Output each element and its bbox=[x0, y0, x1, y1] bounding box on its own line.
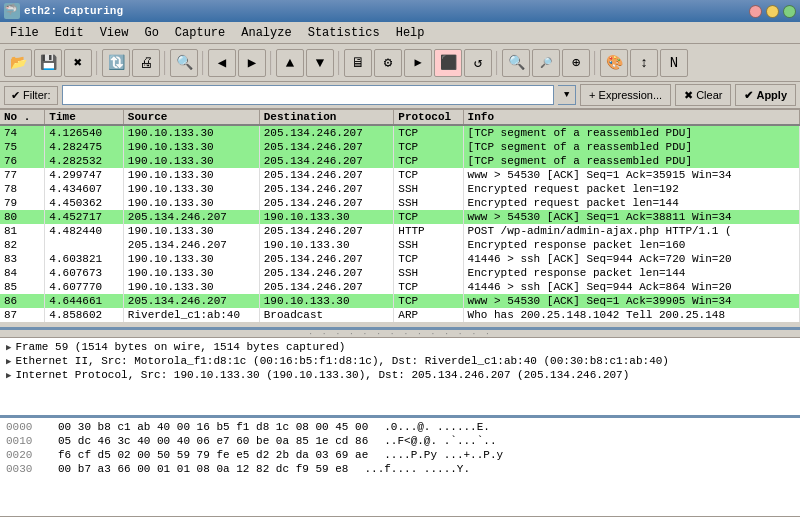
hex-offset: 0010 bbox=[6, 434, 42, 448]
menu-statistics[interactable]: Statistics bbox=[300, 24, 388, 42]
cell-time bbox=[45, 238, 123, 252]
cell-src: 190.10.133.30 bbox=[123, 266, 259, 280]
back-button[interactable]: ◀ bbox=[208, 49, 236, 77]
col-no[interactable]: No . bbox=[0, 110, 45, 125]
table-row[interactable]: 75 4.282475 190.10.133.30 205.134.246.20… bbox=[0, 140, 800, 154]
find-button[interactable]: 🔍 bbox=[170, 49, 198, 77]
colorize-button[interactable]: 🎨 bbox=[600, 49, 628, 77]
packet-list[interactable]: No . Time Source Destination Protocol In… bbox=[0, 110, 800, 330]
cell-time: 4.607673 bbox=[45, 266, 123, 280]
cell-info: [TCP segment of a reassembled PDU] bbox=[463, 154, 799, 168]
cell-src: 190.10.133.30 bbox=[123, 154, 259, 168]
col-info[interactable]: Info bbox=[463, 110, 799, 125]
go-up-button[interactable]: ▲ bbox=[276, 49, 304, 77]
cell-time: 4.299747 bbox=[45, 168, 123, 182]
filter-label-text: Filter: bbox=[23, 89, 51, 101]
table-row[interactable]: 79 4.450362 190.10.133.30 205.134.246.20… bbox=[0, 196, 800, 210]
capture-iface-button[interactable]: 🖥 bbox=[344, 49, 372, 77]
name-resolution-button[interactable]: N bbox=[660, 49, 688, 77]
hex-pane[interactable]: 0000 00 30 b8 c1 ab 40 00 16 b5 f1 d8 1c… bbox=[0, 418, 800, 517]
zoom-in-button[interactable]: 🔍 bbox=[502, 49, 530, 77]
cell-proto: TCP bbox=[394, 252, 463, 266]
cell-src: 190.10.133.30 bbox=[123, 280, 259, 294]
cell-src: 205.134.246.207 bbox=[123, 238, 259, 252]
save-capture-button[interactable]: 💾 bbox=[34, 49, 62, 77]
menu-view[interactable]: View bbox=[92, 24, 137, 42]
maximize-button[interactable] bbox=[783, 5, 796, 18]
table-row[interactable]: 78 4.434607 190.10.133.30 205.134.246.20… bbox=[0, 182, 800, 196]
zoom-out-button[interactable]: 🔎 bbox=[532, 49, 560, 77]
table-row[interactable]: 82 205.134.246.207 190.10.133.30 SSH Enc… bbox=[0, 238, 800, 252]
menu-file[interactable]: File bbox=[2, 24, 47, 42]
menu-edit[interactable]: Edit bbox=[47, 24, 92, 42]
menu-go[interactable]: Go bbox=[136, 24, 166, 42]
cell-proto: TCP bbox=[394, 140, 463, 154]
cell-dst: Broadcast bbox=[259, 308, 394, 322]
restart-capture-button[interactable]: ↺ bbox=[464, 49, 492, 77]
filter-label-button[interactable]: ✔ Filter: bbox=[4, 86, 58, 105]
table-row[interactable]: 81 4.482440 190.10.133.30 205.134.246.20… bbox=[0, 224, 800, 238]
cell-src: 190.10.133.30 bbox=[123, 125, 259, 140]
cell-info: www > 54530 [ACK] Seq=1 Ack=35915 Win=34 bbox=[463, 168, 799, 182]
expression-button[interactable]: + Expression... bbox=[580, 84, 671, 106]
cell-info: Encrypted request packet len=192 bbox=[463, 182, 799, 196]
go-down-button[interactable]: ▼ bbox=[306, 49, 334, 77]
detail-item[interactable]: ▶Frame 59 (1514 bytes on wire, 1514 byte… bbox=[2, 340, 798, 354]
menu-analyze[interactable]: Analyze bbox=[233, 24, 299, 42]
table-row[interactable]: 80 4.452717 205.134.246.207 190.10.133.3… bbox=[0, 210, 800, 224]
cell-dst: 205.134.246.207 bbox=[259, 168, 394, 182]
open-capture-button[interactable]: 📂 bbox=[4, 49, 32, 77]
capture-options-button[interactable]: ⚙ bbox=[374, 49, 402, 77]
detail-item[interactable]: ▶Ethernet II, Src: Motorola_f1:d8:1c (00… bbox=[2, 354, 798, 368]
hex-bytes: 05 dc 46 3c 40 00 40 06 e7 60 be 0a 85 1… bbox=[58, 434, 368, 448]
table-row[interactable]: 74 4.126540 190.10.133.30 205.134.246.20… bbox=[0, 125, 800, 140]
table-row[interactable]: 77 4.299747 190.10.133.30 205.134.246.20… bbox=[0, 168, 800, 182]
table-row[interactable]: 86 4.644661 205.134.246.207 190.10.133.3… bbox=[0, 294, 800, 308]
menu-capture[interactable]: Capture bbox=[167, 24, 233, 42]
cell-info: [TCP segment of a reassembled PDU] bbox=[463, 125, 799, 140]
forward-button[interactable]: ▶ bbox=[238, 49, 266, 77]
start-capture-button[interactable]: ▶ bbox=[404, 49, 432, 77]
cell-proto: TCP bbox=[394, 210, 463, 224]
cell-proto: TCP bbox=[394, 168, 463, 182]
menu-help[interactable]: Help bbox=[388, 24, 433, 42]
detail-item[interactable]: ▶Internet Protocol, Src: 190.10.133.30 (… bbox=[2, 368, 798, 382]
cell-proto: HTTP bbox=[394, 224, 463, 238]
cell-no: 86 bbox=[0, 294, 45, 308]
filter-input[interactable] bbox=[62, 85, 555, 105]
table-row[interactable]: 76 4.282532 190.10.133.30 205.134.246.20… bbox=[0, 154, 800, 168]
resizer-1[interactable]: · · · · · · · · · · · · · · bbox=[0, 330, 800, 338]
main-toolbar: 📂 💾 ✖ 🔃 🖨 🔍 ◀ ▶ ▲ ▼ 🖥 ⚙ ▶ ⬛ ↺ 🔍 🔎 ⊕ 🎨 ↕ … bbox=[0, 44, 800, 82]
print-button[interactable]: 🖨 bbox=[132, 49, 160, 77]
detail-text: Internet Protocol, Src: 190.10.133.30 (1… bbox=[15, 369, 629, 381]
table-row[interactable]: 87 4.858602 Riverdel_c1:ab:40 Broadcast … bbox=[0, 308, 800, 322]
col-time[interactable]: Time bbox=[45, 110, 123, 125]
reload-button[interactable]: 🔃 bbox=[102, 49, 130, 77]
menu-bar: File Edit View Go Capture Analyze Statis… bbox=[0, 22, 800, 44]
cell-dst: 205.134.246.207 bbox=[259, 196, 394, 210]
cell-src: 190.10.133.30 bbox=[123, 168, 259, 182]
cell-time: 4.126540 bbox=[45, 125, 123, 140]
autoscroll-button[interactable]: ↕ bbox=[630, 49, 658, 77]
table-row[interactable]: 85 4.607770 190.10.133.30 205.134.246.20… bbox=[0, 280, 800, 294]
cell-dst: 205.134.246.207 bbox=[259, 224, 394, 238]
stop-capture-button[interactable]: ⬛ bbox=[434, 49, 462, 77]
cell-no: 77 bbox=[0, 168, 45, 182]
zoom-100-button[interactable]: ⊕ bbox=[562, 49, 590, 77]
detail-pane[interactable]: ▶Frame 59 (1514 bytes on wire, 1514 byte… bbox=[0, 338, 800, 418]
hex-offset: 0000 bbox=[6, 420, 42, 434]
apply-button[interactable]: ✔ Apply bbox=[735, 84, 796, 106]
expand-arrow: ▶ bbox=[6, 342, 11, 353]
col-src[interactable]: Source bbox=[123, 110, 259, 125]
filter-dropdown-button[interactable]: ▼ bbox=[558, 85, 576, 105]
close-capture-button[interactable]: ✖ bbox=[64, 49, 92, 77]
hex-bytes: 00 30 b8 c1 ab 40 00 16 b5 f1 d8 1c 08 0… bbox=[58, 420, 368, 434]
table-row[interactable]: 84 4.607673 190.10.133.30 205.134.246.20… bbox=[0, 266, 800, 280]
close-button[interactable] bbox=[749, 5, 762, 18]
col-proto[interactable]: Protocol bbox=[394, 110, 463, 125]
cell-proto: TCP bbox=[394, 125, 463, 140]
col-dst[interactable]: Destination bbox=[259, 110, 394, 125]
table-row[interactable]: 83 4.603821 190.10.133.30 205.134.246.20… bbox=[0, 252, 800, 266]
minimize-button[interactable] bbox=[766, 5, 779, 18]
clear-button[interactable]: ✖ Clear bbox=[675, 84, 731, 106]
